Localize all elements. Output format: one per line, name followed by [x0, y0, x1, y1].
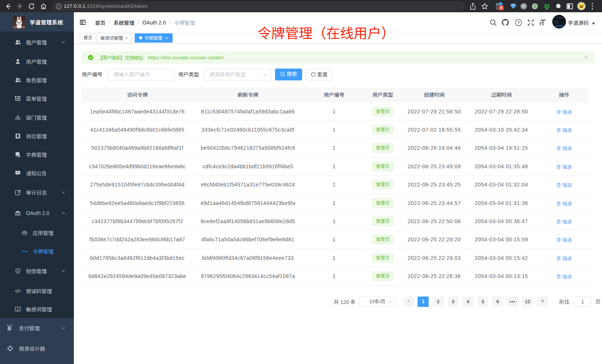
svg-text:?: ? — [517, 20, 520, 25]
svg-text:9: 9 — [500, 6, 503, 10]
svg-text:a: a — [24, 250, 25, 252]
svg-text:⌘: ⌘ — [521, 4, 526, 9]
